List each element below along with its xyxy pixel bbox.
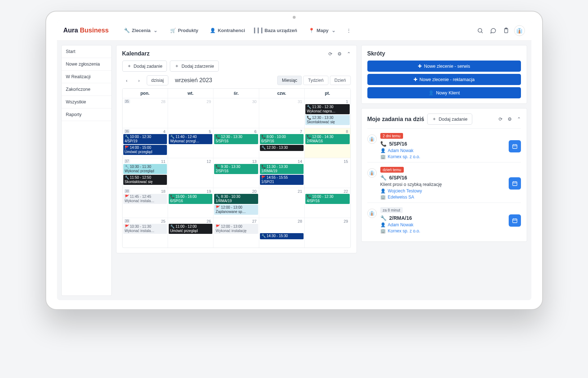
day-cell[interactable]: 15 [305,158,350,188]
day-cell[interactable]: 364 🔧 10:00 - 12:304/SP/19 🚩 14:00 - 15:… [123,128,168,158]
day-cell[interactable]: 31 [259,98,305,128]
day-cell[interactable]: 3711 🔧 10:30 - 11:30Wykonać przegląd 🔧 1… [123,158,168,188]
chevron-up-icon[interactable]: ⌃ [517,116,521,122]
day-cell[interactable]: 26 🔧 11:00 - 12:00Umówić przegląd [168,218,213,248]
chevron-up-icon[interactable]: ⌃ [347,51,351,57]
sidebar-item-zakonczone[interactable]: Zakończone [62,83,111,96]
day-cell[interactable]: 22 📞 10:00 - 12:304/SP/16 [305,188,350,218]
day-cell[interactable]: 14 📞 11:30 - 13:301/RMA/19 🚩 14:55 - 15:… [259,158,305,188]
gear-icon[interactable]: ⚙ [508,116,512,122]
day-cell[interactable]: 13 📞 9:30 - 13:302/SP/16 [213,158,259,188]
calendar-event[interactable]: 🚩 12:00 - 13:00Zaplanowane sp… [214,205,258,215]
calendar-event[interactable]: 📞 9:30 - 13:302/SP/16 [214,164,258,174]
nav-mapy[interactable]: 📍 Mapy ⌄ [304,26,341,36]
calendar-event[interactable]: 📞 10:00 - 12:304/SP/16 [305,194,349,204]
next-month[interactable]: › [134,76,144,85]
day-cell[interactable]: 28 🔧 14:30 - 15:30 [259,218,305,248]
task-row: 👔 za 8 minut 🔧2/RMA/16 👤Adam Nowak 🏢Korn… [367,203,521,236]
today-button[interactable]: dzisiaj [147,75,169,85]
task-avatar: 👔 [367,134,377,144]
task-note: Klient prosi o szybką realizację [380,182,505,187]
calendar-event[interactable]: 📞 12:30 - 13:30Skontaktować się [305,115,349,125]
more-menu[interactable]: ⋮ [344,26,354,36]
day-cell[interactable]: 1 🔧 11:30 - 12:30Wykonać napra… 📞 12:30 … [305,98,350,128]
wrench-icon: 🔧 [380,215,386,221]
svg-rect-8 [513,182,517,186]
day-cell-today[interactable]: 8 📞 12:00 - 14:302/RMA/16 [305,128,350,158]
calendar-event[interactable]: 🔧 14:30 - 15:30 [260,233,304,239]
view-week[interactable]: Tydzień [303,76,328,85]
add-task-button[interactable]: ＋Dodaj zadanie [427,114,472,125]
day-cell[interactable]: 5 🔧 11:40 - 12:40Wykonać przegl… [168,128,213,158]
add-event-button[interactable]: ＋Dodaj zdarzenie [170,61,218,72]
view-month[interactable]: Miesiąc [277,76,302,85]
calendar-event[interactable]: 🚩 11:45 - 12:45Wykonać instala… [123,194,167,204]
task-calendar-button[interactable] [509,177,521,190]
nav-baza[interactable]: ▎▎▎ Baza urządzeń [252,26,301,36]
day-cell[interactable]: 30 [213,98,259,128]
clipboard-icon[interactable] [501,26,511,36]
logo-part-2: Business [80,27,109,34]
calendar-event[interactable]: 📞 12:00 - 14:302/RMA/16 [305,134,349,144]
calendar-event[interactable]: 🔧 11:40 - 12:40Wykonać przegl… [169,134,212,144]
day-cell[interactable]: 19 📞 15:00 - 16:006/SP/16 [168,188,213,218]
calendar-event[interactable]: 🔧 11:50 - 12:50Skontaktować się [123,175,167,185]
calendar-event[interactable]: 🔧 12:30 - 13:30 [260,145,304,151]
gear-icon[interactable]: ⚙ [337,51,342,57]
shortcut-klient[interactable]: 👤Nowy Klient [367,87,521,98]
nav-kontrahenci[interactable]: 👤 Kontrahenci [205,26,249,36]
nav-zlecenia[interactable]: 🔧 Zlecenia ⌄ [120,26,163,36]
prev-month[interactable]: ‹ [122,76,132,85]
day-cell[interactable]: 20 🔧 8:30 - 10:301/RMA/19 🚩 12:00 - 13:0… [213,188,259,218]
task-person[interactable]: Adam Nowak [388,148,414,153]
task-calendar-button[interactable] [509,140,521,152]
calendar-event[interactable]: 📞 15:00 - 16:006/SP/16 [169,194,212,204]
day-cell[interactable]: 7 📞 8:00 - 10:006/SP/16 🔧 12:30 - 13:30 [259,128,305,158]
chat-icon[interactable] [488,26,498,36]
task-person[interactable]: Adam Nowak [388,222,414,227]
nav-label: Kontrahenci [218,28,245,33]
calendar-event[interactable]: 📞 11:30 - 13:301/RMA/19 [260,164,304,174]
day-cell[interactable]: 29 [305,218,350,248]
refresh-icon[interactable]: ⟳ [328,51,332,57]
refresh-icon[interactable]: ⟳ [499,116,503,122]
sidebar-item-start[interactable]: Start [62,45,111,58]
day-cell[interactable]: 21 [259,188,305,218]
day-cell[interactable]: 27 🚩 12:00 - 13:00Wykonać instalację [213,218,259,248]
day-cell[interactable]: 29 [168,98,213,128]
calendar-event[interactable]: 🔧 10:00 - 12:304/SP/19 [123,134,167,144]
view-day[interactable]: Dzień [330,76,351,85]
calendar-event[interactable]: 🔧 11:00 - 12:00Umówić przegląd [169,224,212,234]
shortcut-serwis[interactable]: ✚Nowe zlecenie - serwis [367,61,521,72]
task-person[interactable]: Wojciech Testowy [388,188,422,194]
sidebar-item-raporty[interactable]: Raporty [62,108,111,121]
task-ref: 2/RMA/16 [389,215,412,221]
day-cell[interactable]: 3818 🚩 11:45 - 12:45Wykonać instala… [123,188,168,218]
calendar-event[interactable]: 🔧 8:30 - 10:301/RMA/19 [214,194,258,204]
calendar-event[interactable]: 🔧 11:30 - 12:30Wykonać napra… [305,104,349,114]
user-avatar[interactable]: 👔 [514,25,525,36]
sidebar-item-wrealizacji[interactable]: W Realizacji [62,71,111,83]
task-company[interactable]: Kornex sp. z o.o. [388,154,420,159]
calendar-event[interactable]: 🚩 12:00 - 13:00Wykonać instalację [214,224,258,234]
sidebar-item-nowe[interactable]: Nowe zgłoszenia [62,58,111,71]
add-task-button[interactable]: ＋Dodaj zadanie [122,61,167,72]
calendar-event[interactable]: 🚩 14:55 - 15:551/SP/21 [260,175,304,185]
calendar-event[interactable]: 🚩 14:00 - 15:00Umówić przegląd [123,145,167,155]
day-cell[interactable]: 3528 [123,98,168,128]
task-calendar-button[interactable] [509,214,521,227]
nav-produkty[interactable]: 🛒 Produkty [166,26,203,36]
sidebar-item-wszystkie[interactable]: Wszystkie [62,96,111,108]
calendar-event[interactable]: 📞 8:00 - 10:006/SP/16 [260,134,304,144]
search-icon[interactable] [475,26,485,36]
calendar-event[interactable]: 📞 12:30 - 13:305/SP/16 [214,134,258,144]
task-company[interactable]: Kornex sp. z o.o. [388,228,420,234]
cart-icon: 🛒 [170,28,176,34]
day-cell[interactable]: 6 📞 12:30 - 13:305/SP/16 [213,128,259,158]
day-cell[interactable]: 12 [168,158,213,188]
shortcut-reklamacja[interactable]: ✚Nowe zlecenie - reklamacja [367,74,521,85]
calendar-event[interactable]: 🚩 10:30 - 11:30Wykonać instala… [123,224,167,234]
calendar-event[interactable]: 🔧 10:30 - 11:30Wykonać przegląd [123,164,167,174]
task-company[interactable]: Edelweiss SA [388,195,414,200]
day-cell[interactable]: 3925 🚩 10:30 - 11:30Wykonać instala… [123,218,168,248]
